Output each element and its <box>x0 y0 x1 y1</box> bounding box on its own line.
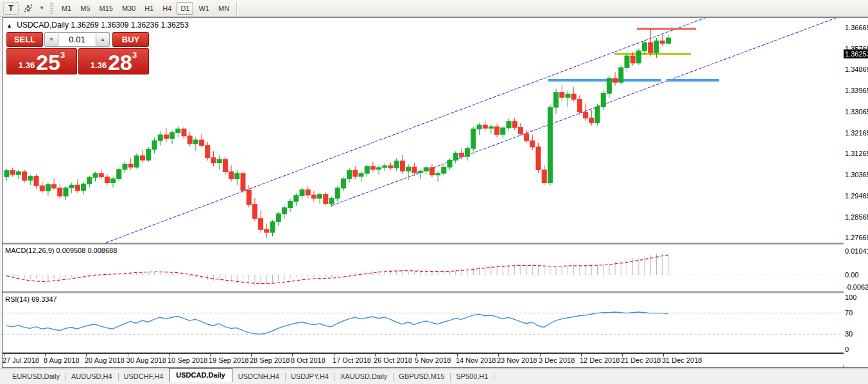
candle[interactable] <box>512 118 517 130</box>
candle[interactable] <box>400 155 404 174</box>
candle[interactable] <box>365 165 369 177</box>
chart-tab-usdchf[interactable]: USDCHF,H4 <box>118 371 169 382</box>
ask-quote-box[interactable]: 1.36 28 3 <box>78 48 149 74</box>
candle[interactable] <box>182 127 186 139</box>
candle[interactable] <box>4 169 9 180</box>
candle[interactable] <box>46 183 50 196</box>
chart-tab-eurusd[interactable]: EURUSD,Daily <box>6 371 65 382</box>
price-axis-column[interactable]: 1.366651.357651.348651.339651.330651.321… <box>844 18 868 367</box>
arrows-tool-icon[interactable] <box>20 2 37 15</box>
candle[interactable] <box>418 170 422 179</box>
chart-tab-xauusd[interactable]: XAUUSD,Daily <box>334 371 393 382</box>
candle[interactable] <box>294 193 299 206</box>
candle[interactable] <box>318 193 322 204</box>
candle[interactable] <box>300 188 304 200</box>
candle[interactable] <box>489 125 493 134</box>
candle[interactable] <box>507 119 511 131</box>
candle[interactable] <box>453 151 458 163</box>
macd-chart[interactable] <box>3 245 844 292</box>
candle[interactable] <box>28 175 33 185</box>
chart-tab-usdcnh[interactable]: USDCNH,H4 <box>232 371 285 382</box>
candle[interactable] <box>276 212 281 226</box>
bid-quote-box[interactable]: 1.36 25 3 <box>6 48 77 74</box>
candle[interactable] <box>205 142 210 161</box>
candle[interactable] <box>412 163 417 176</box>
candle[interactable] <box>447 158 452 170</box>
candle[interactable] <box>370 162 375 172</box>
macd-pane[interactable]: MACD(12,26,9) 0.009508 0.008688 <box>3 245 844 292</box>
volume-increase-button[interactable]: ▲ <box>96 32 110 47</box>
timeframe-button-m5[interactable]: M5 <box>76 2 94 15</box>
candle[interactable] <box>265 223 269 238</box>
candle[interactable] <box>442 165 446 176</box>
rsi-pane[interactable]: RSI(14) 69.3347 <box>3 293 844 353</box>
candle[interactable] <box>542 165 546 185</box>
timeframe-button-d1[interactable]: D1 <box>177 2 193 15</box>
candle[interactable] <box>666 35 670 44</box>
candle[interactable] <box>560 85 564 101</box>
chart-tab-gbpusd[interactable]: GBPUSD,M15 <box>393 371 450 382</box>
rsi-chart[interactable] <box>3 293 844 353</box>
candle[interactable] <box>217 155 221 170</box>
trend-channel-upper-line[interactable] <box>106 18 705 243</box>
candle[interactable] <box>584 103 588 121</box>
candle[interactable] <box>22 170 27 183</box>
candle[interactable] <box>335 186 340 202</box>
candle[interactable] <box>93 171 98 181</box>
candle[interactable] <box>235 170 239 186</box>
candle[interactable] <box>595 104 600 125</box>
candle[interactable] <box>619 65 623 85</box>
candle[interactable] <box>52 179 56 189</box>
candle[interactable] <box>241 171 245 193</box>
candle[interactable] <box>223 157 227 175</box>
candle[interactable] <box>75 179 80 193</box>
candle[interactable] <box>601 91 605 110</box>
candle[interactable] <box>311 191 316 201</box>
timeframe-button-m30[interactable]: M30 <box>118 2 139 15</box>
candle[interactable] <box>111 177 116 187</box>
candle[interactable] <box>347 168 352 183</box>
timeframe-button-w1[interactable]: W1 <box>195 2 213 15</box>
collapse-panel-icon[interactable]: ▲ <box>6 22 12 29</box>
time-axis[interactable]: 27 Jul 20188 Aug 201820 Aug 201830 Aug 2… <box>3 353 844 365</box>
candle[interactable] <box>170 130 175 144</box>
candle[interactable] <box>211 151 216 166</box>
candle[interactable] <box>164 128 168 142</box>
price-chart-pane[interactable]: ▲ USDCAD,Daily 1.36269 1.36309 1.36236 1… <box>3 18 844 243</box>
candle[interactable] <box>388 162 393 170</box>
candle[interactable] <box>306 186 310 198</box>
candle[interactable] <box>430 164 434 177</box>
timeframe-button-h1[interactable]: H1 <box>141 2 157 15</box>
candle[interactable] <box>525 130 529 143</box>
candle[interactable] <box>105 174 109 185</box>
volume-decrease-button[interactable]: ▼ <box>44 32 58 47</box>
candle[interactable] <box>554 89 559 114</box>
candle[interactable] <box>324 192 328 205</box>
timeframe-button-m1[interactable]: M1 <box>58 2 75 15</box>
candle[interactable] <box>607 75 611 98</box>
candle[interactable] <box>353 166 358 179</box>
candle[interactable] <box>660 35 664 46</box>
candle[interactable] <box>643 40 647 55</box>
candle[interactable] <box>613 73 618 86</box>
candle[interactable] <box>58 184 62 199</box>
candle[interactable] <box>341 177 345 191</box>
candle[interactable] <box>465 146 470 161</box>
timeframe-button-h4[interactable]: H4 <box>159 2 175 15</box>
candle[interactable] <box>34 174 39 189</box>
candle[interactable] <box>282 205 286 219</box>
candle[interactable] <box>394 158 399 171</box>
candle[interactable] <box>377 165 381 175</box>
candle[interactable] <box>152 137 157 153</box>
candle[interactable] <box>406 164 411 179</box>
candle[interactable] <box>200 134 204 148</box>
candle[interactable] <box>128 158 133 170</box>
candle[interactable] <box>548 105 552 186</box>
toolbar-grip[interactable] <box>50 3 53 14</box>
candle[interactable] <box>16 170 21 179</box>
candle[interactable] <box>64 186 68 200</box>
volume-input[interactable]: 0.01 <box>58 32 96 47</box>
chart-tab-usdjpy[interactable]: USDJPY,H4 <box>285 371 334 382</box>
candle[interactable] <box>495 124 499 137</box>
candle[interactable] <box>40 182 44 193</box>
